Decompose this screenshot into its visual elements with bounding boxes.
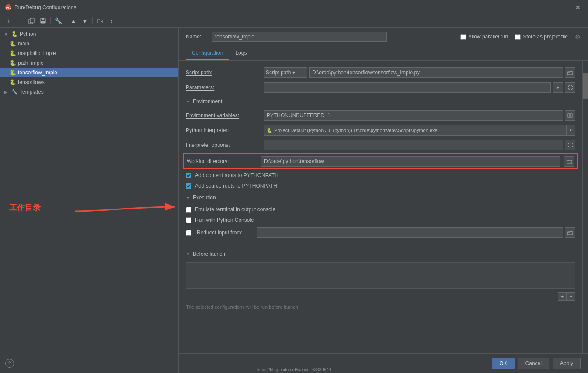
left-panel: ▼ 🐍 Python 🐍 main 🐍 matplotlib_imple 🐍 p… <box>0 28 179 373</box>
scroll-up-btn[interactable] <box>583 61 588 64</box>
right-scrollbar[interactable] <box>582 61 588 353</box>
sort-button[interactable]: ↕ <box>107 16 116 26</box>
tree-item-tensorflow-label: tensorflow_imple <box>18 70 57 76</box>
working-dir-input[interactable] <box>261 156 560 167</box>
redirect-input-row: Redirect input from: <box>179 225 582 240</box>
wrench-button[interactable]: 🔧 <box>53 16 63 26</box>
wrench-templates-icon: 🔧 <box>11 88 18 95</box>
interpreter-options-input[interactable] <box>264 140 563 150</box>
python-interpreter-row: Python interpreter: 🐍 Project Default (P… <box>179 123 582 138</box>
python-file-icon-matplotlib: 🐍 <box>9 50 16 57</box>
parameters-control: + ⛶ <box>264 82 575 93</box>
working-dir-browse-btn[interactable] <box>564 156 574 167</box>
tree-item-tensorflows-label: tensorflows <box>18 79 45 85</box>
cancel-button[interactable]: Cancel <box>518 358 549 369</box>
help-icon[interactable]: ? <box>5 359 14 368</box>
scrollbar-thumb[interactable] <box>583 73 588 99</box>
tab-configuration[interactable]: Configuration <box>186 46 229 60</box>
sep2 <box>66 17 66 24</box>
allow-parallel-checkbox[interactable] <box>460 34 466 40</box>
name-label: Name: <box>186 34 208 40</box>
run-python-console-label: Run with Python Console <box>195 217 254 223</box>
environment-arrow: ▼ <box>186 99 190 104</box>
folder-button[interactable] <box>95 16 105 26</box>
environment-label: Environment <box>193 98 222 105</box>
redirect-input-checkbox[interactable] <box>186 230 191 236</box>
emulate-terminal-checkbox[interactable] <box>186 207 191 213</box>
tree-item-matplotlib[interactable]: 🐍 matplotlib_imple <box>0 49 178 58</box>
divider <box>186 244 575 244</box>
run-python-console-row: Run with Python Console <box>179 215 582 225</box>
env-variables-row: Environment variables: <box>179 108 582 123</box>
copy-button[interactable] <box>27 16 36 26</box>
env-variables-input[interactable] <box>264 110 563 121</box>
working-dir-label: Working directory: <box>187 158 257 164</box>
tree-item-tensorflows[interactable]: 🐍 tensorflows <box>0 77 178 87</box>
script-path-control: Script path ▾ <box>264 67 575 78</box>
remove-button[interactable]: − <box>15 16 25 26</box>
python-group-icon: 🐍 <box>11 31 18 38</box>
parameters-expand-btn[interactable]: + <box>553 82 563 93</box>
interpreter-options-expand-btn[interactable]: ⛶ <box>565 140 575 150</box>
before-launch-remove-btn[interactable]: − <box>567 292 575 301</box>
apply-button[interactable]: Apply <box>553 358 581 369</box>
svg-rect-3 <box>30 18 34 23</box>
execution-section-header[interactable]: ▼ Execution <box>179 191 582 204</box>
environment-section-header[interactable]: ▼ Environment <box>179 95 582 108</box>
footer-hint: The selected configurations will be run … <box>179 303 582 311</box>
script-path-row: Script path: Script path ▾ <box>179 65 582 80</box>
save-button[interactable] <box>38 16 48 26</box>
sep1 <box>50 17 51 24</box>
execution-label: Execution <box>193 195 216 201</box>
script-path-input[interactable] <box>309 67 563 78</box>
ok-button[interactable]: OK <box>492 358 514 369</box>
redirect-input-field[interactable] <box>257 227 563 238</box>
name-options: Allow parallel run Store as project file… <box>460 33 581 40</box>
python-interpreter-control: 🐍 Project Default (Python 3.8 (python)) … <box>264 125 575 136</box>
gear-icon[interactable]: ⚙ <box>575 33 581 40</box>
tree-item-path[interactable]: 🐍 path_imple <box>0 58 178 68</box>
add-button[interactable]: + <box>4 16 14 26</box>
svg-text:PC: PC <box>6 6 11 10</box>
bottom-bar: OK Cancel Apply <box>179 353 588 373</box>
title-bar: PC Run/Debug Configurations ✕ <box>0 0 588 14</box>
add-source-roots-label: Add source roots to PYTHONPATH <box>195 183 277 189</box>
name-row: Name: Allow parallel run Store as projec… <box>179 28 588 46</box>
svg-rect-6 <box>41 21 45 23</box>
interpreter-dropdown-btn[interactable]: ▾ <box>567 125 575 136</box>
tree-item-main[interactable]: 🐍 main <box>0 39 178 49</box>
store-project-checkbox[interactable] <box>515 34 521 40</box>
add-content-roots-label: Add content roots to PYTHONPATH <box>195 172 278 178</box>
tab-logs[interactable]: Logs <box>229 46 253 60</box>
move-up-button[interactable]: ▲ <box>69 16 78 26</box>
move-down-button[interactable]: ▼ <box>80 16 90 26</box>
run-python-console-checkbox[interactable] <box>186 217 191 223</box>
parameters-fullscreen-btn[interactable]: ⛶ <box>565 82 575 93</box>
allow-parallel-label[interactable]: Allow parallel run <box>460 34 508 40</box>
tree-item-python[interactable]: ▼ 🐍 Python <box>0 29 178 39</box>
before-launch-section-header[interactable]: ▼ Before launch <box>179 248 582 261</box>
annotation-container: 工作目录 <box>9 202 41 213</box>
store-project-label[interactable]: Store as project file <box>515 34 568 40</box>
add-source-roots-checkbox[interactable] <box>186 183 191 189</box>
tree-item-path-label: path_imple <box>18 60 44 66</box>
toolbar: + − 🔧 ▲ ▼ ↕ <box>0 14 588 28</box>
emulate-terminal-label: Emulate terminal in output console <box>195 206 275 213</box>
script-type-arrow: ▾ <box>292 70 295 76</box>
script-type-dropdown[interactable]: Script path ▾ <box>264 67 307 78</box>
working-directory-row: Working directory: <box>183 153 578 169</box>
parameters-input[interactable] <box>264 82 551 93</box>
close-button[interactable]: ✕ <box>573 3 583 12</box>
env-variables-edit-btn[interactable] <box>565 110 575 121</box>
interpreter-options-label: Interpreter options: <box>186 142 260 148</box>
python-file-icon-main: 🐍 <box>9 40 16 47</box>
add-content-roots-checkbox[interactable] <box>186 173 191 178</box>
before-launch-add-btn[interactable]: + <box>558 292 567 301</box>
redirect-input-browse-btn[interactable] <box>565 227 575 238</box>
name-input[interactable] <box>212 32 387 42</box>
tree-item-templates[interactable]: ▶ 🔧 Templates <box>0 87 178 97</box>
script-path-browse-btn[interactable] <box>565 67 575 78</box>
interpreter-options-row: Interpreter options: ⛶ <box>179 138 582 153</box>
tree-item-tensorflow[interactable]: 🐍 tensorflow_imple <box>0 68 178 77</box>
python-file-icon-tensorflow: 🐍 <box>9 69 16 76</box>
